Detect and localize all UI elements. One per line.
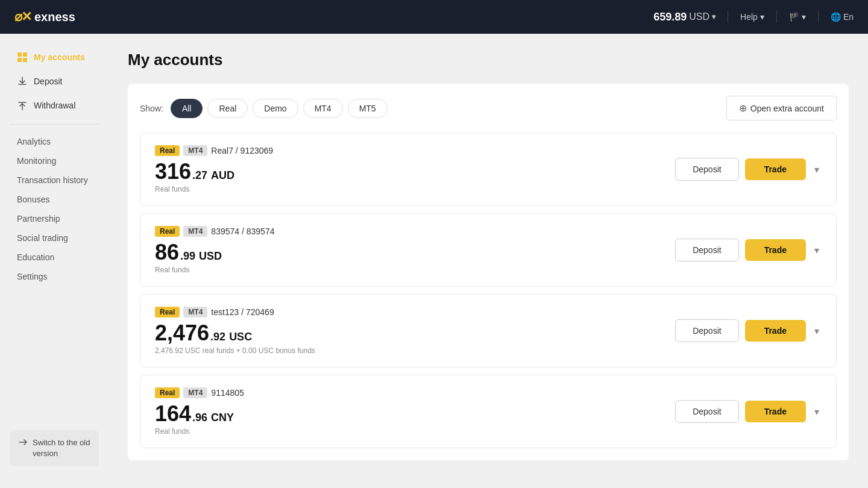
flag-chevron-icon: ▾ [802, 12, 806, 22]
account-actions-0: Deposit Trade ▾ [675, 158, 822, 181]
trade-button-1[interactable]: Trade [745, 239, 806, 261]
sidebar-item-education[interactable]: Education [10, 248, 99, 267]
sidebar-item-monitoring[interactable]: Monitoring [10, 151, 99, 170]
sidebar-item-settings[interactable]: Settings [10, 267, 99, 286]
balance-curr-0: AUD [211, 169, 234, 182]
account-card-3: Real MT4 9114805 164 .96 CNY Real funds … [140, 375, 837, 448]
balance-curr-2: USC [229, 331, 252, 343]
deposit-button-2[interactable]: Deposit [675, 319, 738, 342]
deposit-button-1[interactable]: Deposit [675, 239, 738, 261]
divider2 [776, 11, 777, 23]
show-label: Show: [140, 104, 163, 113]
sidebar-item-deposit[interactable]: Deposit [10, 70, 99, 93]
expand-button-3[interactable]: ▾ [812, 404, 822, 420]
account-name-1: 839574 / 839574 [211, 227, 274, 236]
account-actions-3: Deposit Trade ▾ [675, 400, 822, 423]
accounts-container: Show: All Real Demo MT4 MT5 ⊕ Open extra… [128, 84, 849, 460]
sidebar-item-social-trading[interactable]: Social trading [10, 228, 99, 248]
balance-chevron-icon: ▾ [712, 13, 715, 21]
account-card-1: Real MT4 839574 / 839574 86 .99 USD Real… [140, 213, 837, 287]
account-card-2: Real MT4 test123 / 720469 2,476 .92 USC … [140, 294, 837, 368]
balance-decimal-1: .99 [180, 250, 195, 263]
flag-button[interactable]: 🏴 ▾ [789, 12, 806, 22]
tag-mt-2: MT4 [183, 307, 207, 318]
balance-decimal-3: .96 [192, 411, 207, 424]
balance-currency: USD [689, 11, 709, 22]
help-button[interactable]: Help ▾ [740, 12, 764, 22]
tag-mt-0: MT4 [183, 145, 207, 156]
account-info-2: Real MT4 test123 / 720469 2,476 .92 USC … [155, 307, 315, 355]
balance-decimal-0: .27 [192, 169, 207, 182]
expand-button-2[interactable]: ▾ [812, 323, 822, 339]
account-tags-2: Real MT4 test123 / 720469 [155, 307, 315, 318]
top-navigation: ⌀✕ exness 659.89 USD ▾ Help ▾ 🏴 ▾ 🌐 En [0, 0, 868, 34]
account-tags-3: Real MT4 9114805 [155, 387, 244, 398]
filter-mt4-button[interactable]: MT4 [303, 99, 343, 118]
sidebar: My accounts Deposit Withdrawal [0, 34, 108, 488]
balance-main-3: 164 [155, 403, 191, 425]
account-info-1: Real MT4 839574 / 839574 86 .99 USD Real… [155, 226, 274, 274]
deposit-button-0[interactable]: Deposit [675, 158, 738, 181]
account-sub-3: Real funds [155, 427, 244, 436]
account-actions-1: Deposit Trade ▾ [675, 239, 822, 261]
deposit-button-3[interactable]: Deposit [675, 400, 738, 423]
open-extra-account-button[interactable]: ⊕ Open extra account [726, 96, 837, 120]
account-balance-1: 86 .99 USD [155, 242, 274, 263]
account-balance-2: 2,476 .92 USC [155, 322, 315, 344]
account-card-0: Real MT4 Real7 / 9123069 316 .27 AUD Rea… [140, 133, 837, 206]
balance-curr-3: CNY [211, 411, 234, 424]
logo-area: ⌀✕ exness [14, 9, 75, 25]
filter-all-button[interactable]: All [171, 99, 203, 118]
logo-text: exness [34, 10, 75, 24]
balance-main-2: 2,476 [155, 322, 209, 344]
account-sub-1: Real funds [155, 266, 274, 274]
filter-demo-button[interactable]: Demo [253, 99, 298, 118]
main-content: My accounts Show: All Real Demo MT4 MT5 … [108, 34, 868, 488]
account-tags-0: Real MT4 Real7 / 9123069 [155, 145, 273, 156]
balance-display[interactable]: 659.89 USD ▾ [653, 11, 715, 23]
balance-main-0: 316 [155, 161, 191, 183]
deposit-icon [17, 76, 28, 87]
svg-rect-3 [23, 58, 27, 62]
flag-icon: 🏴 [789, 12, 799, 22]
tag-real-1: Real [155, 226, 180, 237]
tag-real-2: Real [155, 307, 180, 318]
globe-icon: 🌐 [831, 12, 841, 22]
switch-old-version-button[interactable]: Switch to the old version [10, 430, 99, 466]
sidebar-item-my-accounts[interactable]: My accounts [10, 46, 99, 69]
page-title: My accounts [128, 51, 849, 69]
sidebar-item-bonuses[interactable]: Bonuses [10, 190, 99, 209]
trade-button-0[interactable]: Trade [745, 158, 806, 180]
account-name-0: Real7 / 9123069 [211, 146, 273, 155]
filter-real-button[interactable]: Real [207, 99, 248, 118]
help-chevron-icon: ▾ [760, 12, 764, 22]
sidebar-item-withdrawal[interactable]: Withdrawal [10, 94, 99, 117]
account-name-2: test123 / 720469 [211, 307, 274, 317]
sidebar-top: My accounts Deposit Withdrawal [0, 46, 108, 117]
tag-mt-1: MT4 [183, 226, 207, 237]
expand-button-0[interactable]: ▾ [812, 161, 822, 178]
sidebar-item-analytics[interactable]: Analytics [10, 132, 99, 151]
logo[interactable]: ⌀✕ exness [14, 9, 75, 25]
tag-real-0: Real [155, 145, 180, 156]
sidebar-my-accounts-label: My accounts [34, 52, 85, 62]
filter-mt5-button[interactable]: MT5 [348, 99, 388, 118]
expand-button-1[interactable]: ▾ [812, 242, 822, 258]
balance-curr-1: USD [199, 250, 222, 263]
language-button[interactable]: 🌐 En [831, 12, 854, 22]
account-info-3: Real MT4 9114805 164 .96 CNY Real funds [155, 387, 244, 436]
trade-button-3[interactable]: Trade [745, 401, 806, 422]
account-balance-3: 164 .96 CNY [155, 403, 244, 425]
main-layout: My accounts Deposit Withdrawal [0, 34, 868, 488]
sidebar-deposit-label: Deposit [34, 77, 62, 86]
svg-rect-0 [17, 52, 22, 57]
balance-main-1: 86 [155, 242, 179, 263]
account-name-3: 9114805 [211, 388, 244, 398]
trade-button-2[interactable]: Trade [745, 320, 806, 342]
sidebar-item-partnership[interactable]: Partnership [10, 209, 99, 228]
account-sub-2: 2,476.92 USC real funds + 0.00 USC bonus… [155, 346, 315, 355]
sidebar-sub-menu: Analytics Monitoring Transaction history… [0, 132, 108, 286]
account-balance-0: 316 .27 AUD [155, 161, 273, 183]
sidebar-item-transaction-history[interactable]: Transaction history [10, 170, 99, 190]
account-actions-2: Deposit Trade ▾ [675, 319, 822, 342]
